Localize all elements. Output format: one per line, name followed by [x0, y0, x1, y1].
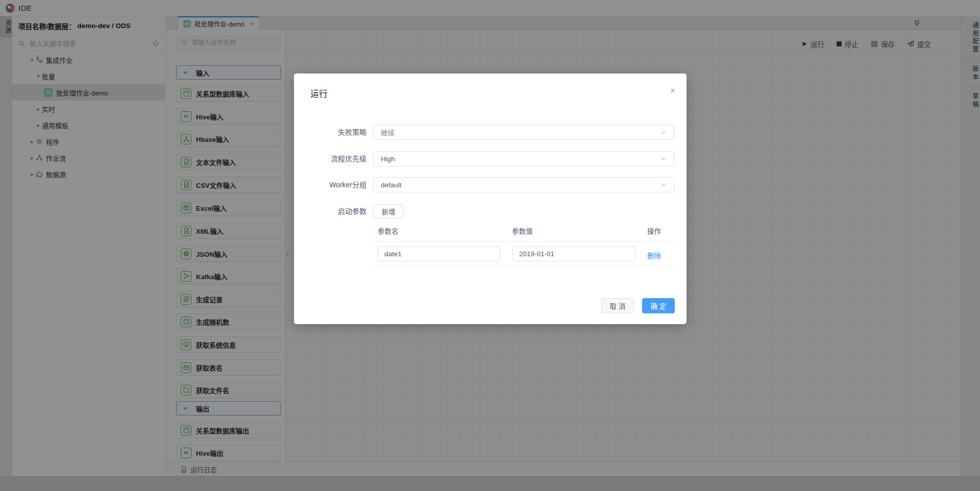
fail-strategy-select[interactable]: 继续 — [373, 125, 674, 140]
chevron-down-icon — [660, 182, 667, 188]
field-label: 失败策略 — [294, 125, 366, 140]
select-value: 继续 — [381, 127, 395, 137]
divider — [373, 241, 674, 242]
param-action-header: 操作 — [647, 226, 661, 236]
dialog-title: 运行 — [310, 87, 328, 100]
app-window: IDE 资源 项目名称/数据层： demo-dev / ODS ▾ 集成作业 ▾… — [0, 0, 980, 491]
select-value: default — [381, 181, 402, 189]
field-fail-strategy: 失败策略 继续 — [294, 125, 687, 140]
close-icon[interactable]: × — [670, 86, 675, 96]
param-value-header: 参数值 — [512, 226, 533, 236]
param-name-input[interactable] — [378, 246, 500, 261]
param-value-input[interactable] — [512, 246, 635, 261]
field-label: Worker分组 — [294, 177, 366, 192]
select-value: High — [381, 155, 395, 163]
ok-button[interactable]: 确 定 — [642, 298, 675, 313]
field-label: 启动参数 — [294, 204, 366, 218]
priority-select[interactable]: High — [373, 151, 674, 166]
param-name-header: 参数名 — [378, 226, 399, 236]
chevron-down-icon — [660, 129, 667, 135]
worker-group-select[interactable]: default — [373, 177, 674, 192]
cancel-button[interactable]: 取 消 — [601, 298, 634, 313]
run-dialog: 运行 × 失败策略 继续 流程优先级 High Worker分组 default… — [294, 73, 687, 324]
field-worker-group: Worker分组 default — [294, 177, 687, 192]
add-param-button[interactable]: 新增 — [373, 204, 404, 218]
chevron-down-icon — [660, 156, 667, 162]
field-label: 流程优先级 — [294, 151, 366, 166]
delete-param-link[interactable]: 删除 — [647, 250, 661, 260]
field-priority: 流程优先级 High — [294, 151, 687, 166]
field-startup-params: 启动参数 新增 — [294, 204, 687, 218]
divider — [373, 265, 674, 266]
